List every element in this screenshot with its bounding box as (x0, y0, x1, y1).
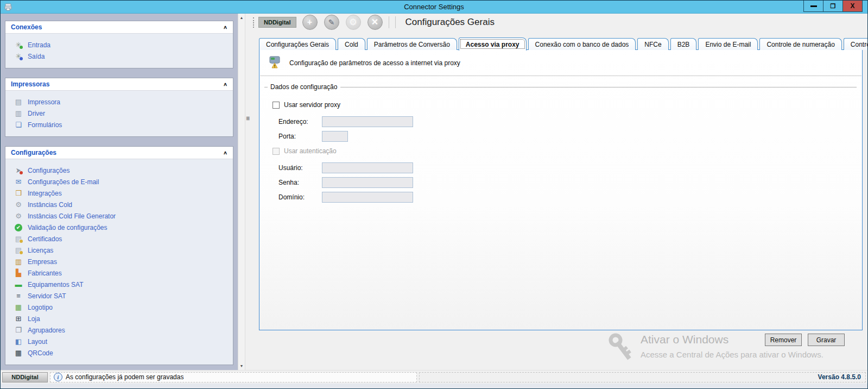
dominio-input[interactable] (322, 192, 413, 203)
checkbox-row-usar-autenticacao: Usar autenticação (273, 146, 857, 156)
sidebar-item-saida[interactable]: ✳Saída (14, 51, 233, 62)
endereco-input[interactable] (322, 116, 413, 127)
endereco-label: Endereço: (278, 118, 322, 126)
sidebar-item-label: Certificados (28, 235, 62, 243)
sidebar-item-logotipo[interactable]: ▦Logotipo (14, 302, 233, 313)
sidebar-item-qrcode[interactable]: ▦QRCode (14, 347, 233, 359)
gears-icon: ⚙ (14, 200, 23, 209)
tab-nfce[interactable]: NFCe (637, 38, 668, 50)
edit-button[interactable]: ✎ (324, 15, 339, 30)
settings-button[interactable]: ⚙ (346, 15, 361, 30)
gravar-button[interactable]: Gravar (808, 334, 845, 346)
sidebar-item-instancias-cold[interactable]: ⚙Instâncias Cold (14, 199, 233, 210)
porta-label: Porta: (278, 133, 322, 140)
sidebar-item-layout[interactable]: ◧Layout (14, 336, 233, 347)
sidebar-item-entrada[interactable]: ✳Entrada (14, 39, 233, 51)
sidebar-section-title: Impressoras (11, 80, 49, 88)
sidebar-section-title: Conexões (11, 23, 42, 31)
sidebar-section-header-impressoras[interactable]: Impressoras∧ (5, 78, 233, 91)
status-dot (20, 251, 23, 254)
action-bar: Remover Gravar (250, 330, 867, 346)
sidebar-section-header-conexoes[interactable]: Conexões∧ (5, 21, 233, 34)
sidebar-section-items: ▤Impressora▥Driver❏Formulários (5, 91, 233, 136)
status-bar: NDDigital i As configurações já podem se… (1, 370, 867, 384)
tab-controle-de-ordem[interactable]: Controle de ordem d (844, 38, 868, 50)
scroll-up-icon[interactable]: ▲ (240, 15, 244, 20)
form-page-icon: ❏ (14, 121, 23, 129)
chevron-up-icon[interactable]: ∧ (223, 81, 227, 87)
sidebar-item-certificados[interactable]: ▤Certificados (14, 233, 233, 244)
title-bar: Connector Settings ❐ X (1, 1, 867, 14)
sidebar-item-instancias-cold-file-generator[interactable]: ⚙Instâncias Cold File Generator (14, 210, 233, 222)
usar-autenticacao-checkbox[interactable] (273, 148, 280, 155)
tab-b2b[interactable]: B2B (670, 38, 697, 50)
sidebar-item-impressora[interactable]: ▤Impressora (14, 96, 233, 108)
tab-page-acesso-via-proxy: Configuração de parâmetros de acesso a i… (259, 49, 863, 330)
panel-splitter[interactable]: ≡ (245, 14, 250, 370)
sidebar-scrollbar[interactable]: ▲ ▼ (238, 14, 245, 370)
chevron-up-icon[interactable]: ∧ (223, 24, 227, 30)
sidebar-item-servidor-sat[interactable]: ≡Servidor SAT (14, 290, 233, 302)
scroll-down-icon[interactable]: ▼ (240, 363, 244, 368)
layout-page-icon: ◧ (14, 337, 23, 346)
tab-conexao-banco-de-dados[interactable]: Conexão com o banco de dados (528, 38, 636, 50)
sidebar-item-label: Validação de configurações (28, 224, 107, 231)
toolbar-separator (389, 16, 389, 28)
statusbar-brand-badge: NDDigital (2, 372, 48, 382)
sidebar-item-loja[interactable]: ⊞Loja (14, 313, 233, 324)
printer-driver-icon: ▥ (14, 109, 23, 118)
tab-configuracoes-gerais[interactable]: Configurações Gerais (259, 38, 336, 50)
minimize-icon (810, 5, 817, 7)
field-row-usuario: Usuário: (273, 162, 857, 173)
sidebar-item-licencas[interactable]: ▤Licenças (14, 244, 233, 256)
sidebar-item-integracoes[interactable]: ❒Integrações (14, 187, 233, 199)
sidebar-item-fabricantes[interactable]: ▙Fabricantes (14, 267, 233, 279)
sidebar-item-empresas[interactable]: ▥Empresas (14, 256, 233, 267)
sidebar-item-validacao-configuracoes[interactable]: ✔Validação de configurações (14, 222, 233, 233)
close-button[interactable]: X (842, 1, 863, 12)
add-button[interactable]: + (302, 15, 318, 30)
senha-input[interactable] (322, 177, 413, 188)
field-row-senha: Senha: (273, 177, 857, 188)
minimize-button[interactable] (803, 1, 823, 12)
company-box-icon: ▥ (14, 258, 23, 266)
tab-envio-de-email[interactable]: Envio de E-mail (698, 38, 758, 50)
sidebar: Conexões∧✳Entrada✳SaídaImpressoras∧▤Impr… (1, 14, 238, 370)
license-icon: ▤ (14, 246, 23, 255)
sidebar-item-label: Instâncias Cold File Generator (28, 212, 116, 220)
sidebar-item-formularios[interactable]: ❏Formulários (14, 119, 233, 130)
sidebar-item-equipamentos-sat[interactable]: ▬Equipamentos SAT (14, 279, 233, 290)
sidebar-section-configuracoes: Configurações∧➤Configurações✉Configuraçõ… (5, 146, 233, 365)
status-dot (20, 240, 23, 243)
remover-button[interactable]: Remover (765, 334, 802, 346)
chevron-up-icon[interactable]: ∧ (223, 150, 227, 155)
restore-button[interactable]: ❐ (823, 1, 843, 12)
tab-parametros-de-conversao[interactable]: Parâmetros de Conversão (367, 38, 457, 50)
status-dot (20, 171, 23, 174)
tab-acesso-via-proxy[interactable]: Acesso via proxy (459, 37, 527, 51)
tab-cold[interactable]: Cold (338, 38, 365, 50)
sidebar-item-agrupadores[interactable]: ❐Agrupadores (14, 324, 233, 336)
tab-controle-de-numeracao[interactable]: Controle de numeração (759, 38, 841, 50)
usuario-input[interactable] (322, 162, 413, 173)
field-row-dominio: Domínio: (273, 192, 857, 203)
usar-autenticacao-label: Usar autenticação (284, 147, 337, 155)
sidebar-item-configuracoes[interactable]: ➤Configurações (14, 165, 233, 176)
header-divider (260, 76, 861, 76)
version-label: Versão 4.8.5.0 (818, 373, 861, 381)
sidebar-item-label: Configurações (28, 167, 69, 174)
sidebar-item-label: Fabricantes (28, 269, 62, 277)
groupbox-dados-configuracao: Dados de configuração Usar servidor prox… (264, 83, 857, 203)
usar-servidor-proxy-checkbox[interactable] (273, 102, 280, 109)
sidebar-section-header-configuracoes[interactable]: Configurações∧ (5, 147, 233, 159)
gears-icon: ⚙ (14, 212, 23, 221)
sidebar-item-configuracoes-email[interactable]: ✉Configurações de E-mail (14, 176, 233, 187)
close-icon: X (850, 2, 854, 10)
sidebar-item-driver[interactable]: ▥Driver (14, 108, 233, 119)
cancel-button[interactable]: ✕ (368, 15, 383, 30)
page-header-text: Configuração de parâmetros de acesso a i… (289, 59, 460, 67)
sidebar-item-label: Instâncias Cold (28, 201, 72, 209)
porta-input[interactable] (322, 131, 348, 142)
sidebar-item-label: Logotipo (28, 304, 53, 311)
sidebar-item-label: QRCode (28, 349, 53, 357)
